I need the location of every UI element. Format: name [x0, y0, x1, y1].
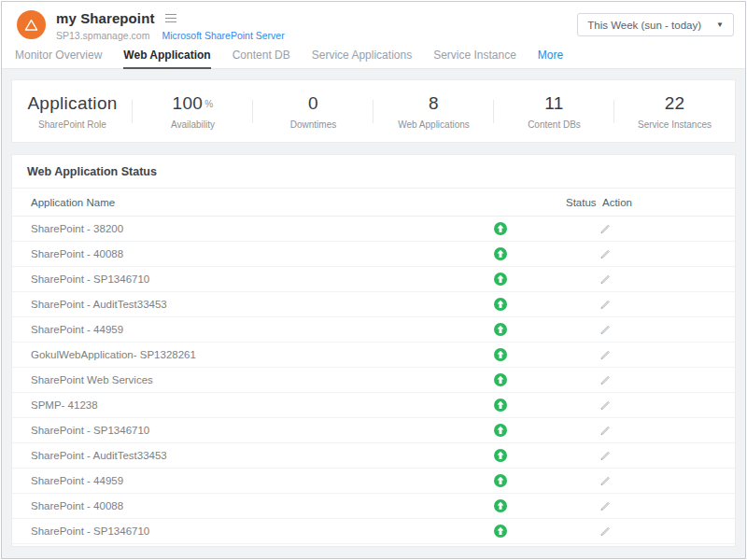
percent-unit: %: [204, 99, 213, 109]
table-row: SharePoint - SP1346710: [12, 418, 735, 443]
stat-sharepoint-role: Application SharePoint Role: [12, 93, 133, 130]
time-range-value: This Week (sun - today): [587, 20, 701, 31]
app-name-cell: SharePoint - 40088: [31, 248, 123, 259]
status-up-icon: [494, 399, 507, 412]
web-application-status-card: Web Application Status Application Name …: [11, 154, 736, 547]
table-row: SharePoint - 40088: [12, 494, 735, 519]
table-title: Web Application Status: [12, 155, 735, 189]
edit-pencil-icon[interactable]: [599, 399, 611, 411]
edit-pencil-icon[interactable]: [599, 248, 611, 259]
table-row: SharePoint - 44959: [12, 317, 735, 343]
status-up-icon: [494, 499, 507, 512]
status-up-icon: [494, 323, 507, 336]
stat-web-applications: 8 Web Applications: [374, 93, 494, 130]
stat-value: 22: [614, 93, 735, 114]
table-body: SharePoint - 38200 SharePoint - 40088 Sh…: [12, 217, 735, 544]
status-up-icon: [494, 348, 507, 361]
edit-pencil-icon[interactable]: [599, 223, 611, 234]
stat-downtimes: 0 Downtimes: [253, 93, 374, 130]
tab-service-instance[interactable]: Service Instance: [433, 43, 516, 69]
stat-value: Application: [12, 93, 133, 114]
stats-summary-card: Application SharePoint Role 100% Availab…: [11, 79, 736, 143]
page-title: my Sharepoint: [56, 10, 155, 26]
app-name-cell: SharePoint - 38200: [31, 223, 123, 234]
table-row: SharePoint - SP1346710: [12, 267, 735, 292]
header: my Sharepoint SP13.spmanage.com Microsof…: [2, 2, 745, 69]
table-header-row: Application Name Status Action: [12, 189, 735, 217]
edit-pencil-icon[interactable]: [599, 475, 611, 486]
edit-pencil-icon[interactable]: [599, 525, 611, 537]
table-row: SharePoint Web Services: [12, 368, 735, 393]
edit-pencil-icon[interactable]: [599, 425, 611, 436]
app-name-cell: SharePoint - SP1346710: [31, 273, 149, 285]
column-application-name: Application Name: [31, 197, 115, 208]
status-up-icon: [494, 298, 507, 311]
table-row: SPMP- 41238: [12, 393, 735, 418]
stat-label: Downtimes: [253, 119, 374, 130]
app-name-cell: SharePoint - 44959: [31, 324, 123, 335]
table-row: SharePoint - 40088: [12, 242, 735, 267]
status-up-icon: [494, 273, 507, 286]
column-status: Status: [566, 197, 597, 208]
column-action: Action: [602, 197, 632, 208]
time-range-select[interactable]: This Week (sun - today) ▼: [577, 13, 734, 36]
stat-content-dbs: 11 Content DBs: [494, 93, 614, 130]
stat-availability: 100% Availability: [133, 93, 253, 130]
app-name-cell: SharePoint - SP1346710: [31, 425, 149, 436]
stat-value: 100%: [133, 93, 253, 114]
tab-web-application[interactable]: Web Application: [123, 43, 210, 69]
server-type-link[interactable]: Microsoft SharePoint Server: [162, 30, 284, 41]
stat-label: Web Applications: [374, 119, 494, 130]
status-up-icon: [494, 449, 507, 462]
table-row: SharePoint - 38200: [12, 217, 735, 242]
stat-label: SharePoint Role: [12, 119, 133, 130]
tab-content-db[interactable]: Content DB: [233, 43, 290, 69]
monitor-brand: my Sharepoint SP13.spmanage.com Microsof…: [17, 10, 285, 41]
status-up-icon: [494, 525, 507, 538]
app-name-cell: SharePoint Web Services: [31, 374, 153, 385]
status-up-icon: [494, 424, 507, 437]
status-up-icon: [494, 474, 507, 487]
status-up-icon: [494, 247, 507, 260]
edit-pencil-icon[interactable]: [599, 450, 611, 461]
app-name-cell: SharePoint - 44959: [31, 475, 123, 486]
main-content: Application SharePoint Role 100% Availab…: [2, 69, 745, 547]
hamburger-menu-icon[interactable]: [163, 12, 178, 25]
app-name-cell: SharePoint - 40088: [31, 500, 123, 511]
table-row: GokulWebApplication- SP1328261: [12, 343, 735, 368]
tab-bar: Monitor Overview Web Application Content…: [15, 43, 585, 69]
edit-pencil-icon[interactable]: [599, 324, 611, 335]
app-name-cell: SharePoint - AuditTest33453: [31, 450, 167, 461]
edit-pencil-icon[interactable]: [599, 349, 611, 360]
stat-label: Content DBs: [494, 119, 614, 130]
edit-pencil-icon[interactable]: [599, 299, 611, 310]
status-up-icon: [494, 373, 507, 386]
edit-pencil-icon[interactable]: [599, 374, 611, 385]
edit-pencil-icon[interactable]: [599, 500, 611, 511]
chevron-down-icon: ▼: [716, 21, 724, 29]
app-name-cell: SharePoint - AuditTest33453: [31, 299, 167, 310]
table-row: SharePoint - AuditTest33453: [12, 443, 735, 469]
stat-label: Availability: [133, 119, 253, 130]
app-name-cell: GokulWebApplication- SP1328261: [31, 349, 196, 360]
stat-value: 11: [494, 93, 614, 114]
brand-text: my Sharepoint SP13.spmanage.com Microsof…: [56, 10, 285, 41]
table-row: SharePoint - SP1346710: [12, 519, 735, 544]
app-name-cell: SPMP- 41238: [31, 399, 98, 411]
tab-more[interactable]: More: [538, 43, 563, 69]
table-row: SharePoint - AuditTest33453: [12, 292, 735, 317]
monitor-domain: SP13.spmanage.com: [56, 30, 149, 41]
tab-service-applications[interactable]: Service Applications: [312, 43, 412, 69]
warning-triangle-icon: [17, 10, 46, 39]
table-row: SharePoint - 44959: [12, 469, 735, 494]
edit-pencil-icon[interactable]: [599, 273, 611, 285]
app-name-cell: SharePoint - SP1346710: [31, 525, 149, 537]
stat-label: Service Instances: [614, 119, 735, 130]
stat-value: 0: [253, 93, 374, 114]
stat-value: 8: [374, 93, 494, 114]
tab-monitor-overview[interactable]: Monitor Overview: [15, 43, 102, 69]
status-up-icon: [494, 222, 507, 235]
app-window: my Sharepoint SP13.spmanage.com Microsof…: [1, 1, 746, 559]
stat-service-instances: 22 Service Instances: [614, 93, 735, 130]
